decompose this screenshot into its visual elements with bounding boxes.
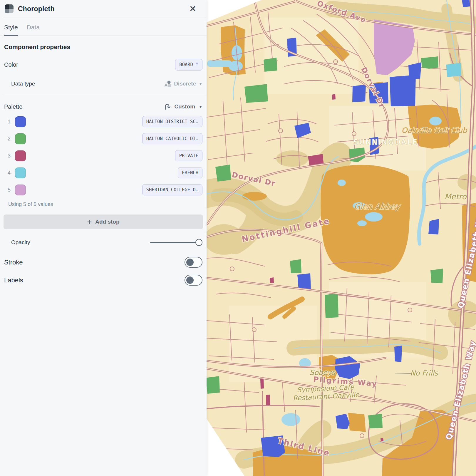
close-icon[interactable]: ✕ [189, 5, 196, 13]
palette-stop-row: 1 HALTON DISTRICT SC… [4, 116, 202, 127]
stroke-label: Stroke [4, 259, 23, 266]
color-swatch[interactable] [15, 167, 26, 178]
app: Choropleth ✕ Style Data Component proper… [0, 0, 476, 476]
palette-mode-value: Custom [174, 103, 195, 110]
section-heading: Component properties [4, 43, 202, 51]
color-swatch[interactable] [15, 116, 26, 127]
add-stop-label: Add stop [95, 219, 119, 225]
color-swatch[interactable] [15, 133, 26, 144]
palette-stop-row: 2 HALTON CATHOLIC DI… [4, 133, 202, 144]
toggle-knob [186, 259, 194, 266]
labels-toggle[interactable] [185, 275, 202, 286]
map-canvas[interactable]: Oxford Ave Dorval Dr Dorval Dr Nottinghi… [207, 0, 476, 476]
revert-icon [164, 103, 171, 110]
stop-value-chip[interactable]: FRENCH [178, 167, 202, 178]
stop-index: 3 [4, 153, 11, 159]
toggle-knob [186, 276, 194, 284]
color-attribute-value: BOARD [179, 62, 193, 67]
palette-usage-text: Using 5 of 5 values [8, 201, 207, 207]
area-label-oakville-golf-club: Oakville Golf Club [402, 126, 468, 135]
stop-index: 4 [4, 170, 11, 176]
palette-stop-row: 5 SHERIDAN COLLEGE O… [4, 184, 202, 195]
text-type-icon: ❝ [196, 62, 198, 68]
palette-mode-dropdown[interactable]: Custom ▼ [164, 103, 202, 110]
color-swatch[interactable] [15, 150, 26, 161]
stop-value-chip[interactable]: SHERIDAN COLLEGE O… [142, 184, 202, 195]
labels-label: Labels [4, 276, 23, 284]
tab-data[interactable]: Data [27, 24, 40, 36]
choropleth-panel: Choropleth ✕ Style Data Component proper… [0, 0, 207, 476]
data-type-dropdown[interactable]: Discrete ▼ [164, 80, 202, 88]
data-type-label: Data type [11, 81, 35, 87]
panel-header: Choropleth ✕ [0, 0, 207, 18]
area-label-sunningdale: SUNNINGDALE [353, 138, 418, 146]
palette-stop-row: 3 PRIVATE [4, 150, 202, 161]
opacity-row: Opacity [11, 239, 202, 246]
slider-track[interactable] [150, 242, 199, 243]
tab-style[interactable]: Style [4, 24, 18, 36]
poi-label-no-frills: No Frills [410, 369, 438, 377]
add-stop-button[interactable]: + Add stop [4, 214, 203, 229]
stop-index: 1 [4, 119, 11, 125]
poi-label-metro: Metro [445, 192, 467, 201]
palette-divider [3, 96, 207, 96]
chevron-down-icon: ▼ [199, 82, 202, 86]
stroke-row: Stroke [4, 257, 202, 268]
palette-stop-row: 4 FRENCH [4, 167, 202, 178]
tab-bar: Style Data [0, 18, 207, 36]
color-swatch[interactable] [15, 185, 26, 195]
basemap-layer: Oxford Ave Dorval Dr Dorval Dr Nottinghi… [207, 0, 476, 476]
stop-value-chip[interactable]: PRIVATE [175, 150, 202, 161]
data-type-row: Data type Discrete ▼ [11, 80, 202, 88]
color-row: Color BOARD ❝ [4, 59, 202, 71]
leader-line [395, 373, 411, 373]
palette-label: Palette [4, 103, 22, 110]
chevron-down-icon: ▼ [199, 105, 202, 109]
labels-row: Labels [4, 275, 202, 286]
stroke-toggle[interactable] [185, 257, 202, 268]
panel-title: Choropleth [18, 5, 55, 13]
map-svg: Oxford Ave Dorval Dr Dorval Dr Nottinghi… [207, 0, 476, 476]
layer-icon [5, 4, 14, 13]
stop-value-chip[interactable]: HALTON DISTRICT SC… [142, 116, 202, 127]
discrete-shapes-icon [164, 80, 171, 88]
color-label: Color [4, 61, 18, 68]
opacity-label: Opacity [11, 239, 30, 246]
color-attribute-chip[interactable]: BOARD ❝ [175, 59, 202, 71]
stop-index: 2 [4, 136, 11, 142]
area-label-glen-abbey: Glen Abbey [354, 202, 401, 211]
data-type-value: Discrete [174, 81, 196, 87]
stop-value-chip[interactable]: HALTON CATHOLIC DI… [142, 133, 202, 144]
opacity-slider[interactable] [150, 239, 202, 246]
poi-label-sobeys: Sobeys [310, 368, 336, 377]
slider-thumb[interactable] [195, 239, 202, 246]
stop-index: 5 [4, 187, 11, 193]
palette-header: Palette Custom ▼ [4, 103, 202, 110]
